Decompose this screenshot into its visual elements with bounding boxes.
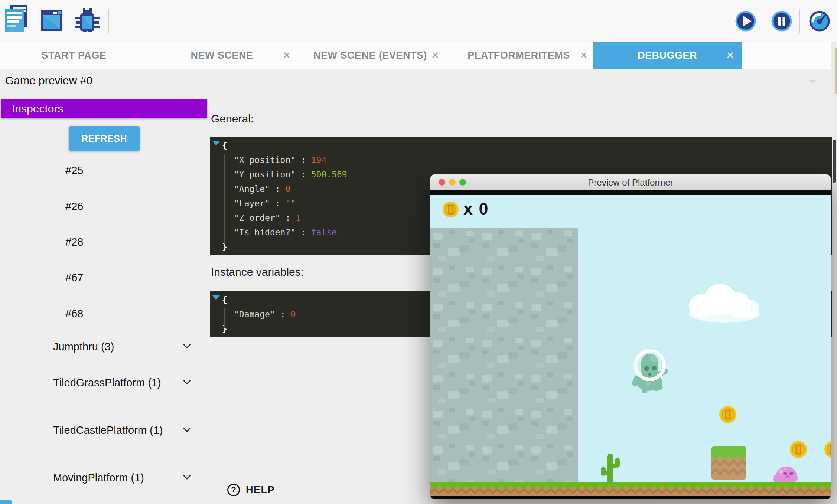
question-glyph: ?: [231, 485, 236, 495]
coin: [824, 441, 831, 458]
inspector-item-label: #25: [53, 164, 177, 177]
alien-player: [632, 348, 668, 394]
inspector-item-67[interactable]: #67: [53, 271, 194, 284]
inspector-item-label: MovingPlatform (1): [53, 471, 165, 484]
coin: [719, 406, 736, 423]
tab-close-icon[interactable]: ✕: [431, 50, 439, 61]
inspector-item-28[interactable]: #28: [53, 236, 194, 248]
inspectors-title: Inspectors: [12, 102, 63, 115]
chevron-down-icon[interactable]: [184, 473, 190, 479]
toolbar-divider: [108, 9, 109, 33]
window-titlebar[interactable]: Preview of Platformer: [430, 174, 831, 190]
gdevelop-debugger-window: START PAGENEW SCENE✕NEW SCENE (EVENTS)✕P…: [0, 0, 837, 504]
inspector-item-jumpthru-3[interactable]: Jumpthru (3): [53, 340, 194, 353]
right-edge-gutter: [831, 42, 837, 504]
chevron-down-icon[interactable]: [184, 425, 190, 432]
tab-close-icon[interactable]: ✕: [580, 50, 588, 61]
cloud: [689, 284, 760, 324]
scene-window-icon[interactable]: [41, 10, 62, 31]
inspector-item-68[interactable]: #68: [53, 307, 194, 320]
tab-platformeritems[interactable]: PLATFORMERITEMS✕: [444, 42, 593, 69]
variables-section-title: Instance variables:: [211, 266, 304, 278]
pause-icon[interactable]: [771, 10, 792, 32]
inspector-item-movingplatform-1[interactable]: MovingPlatform (1): [53, 471, 194, 484]
inspectors-header: Inspectors: [1, 99, 207, 118]
tab-label: NEW SCENE: [190, 50, 253, 61]
chevron-down-icon[interactable]: [184, 342, 190, 348]
pink-slime-enemy: [773, 467, 798, 482]
game-preview-window: Preview of Platformer: [430, 174, 831, 499]
coin: [790, 441, 807, 458]
dropdown-caret-icon[interactable]: [809, 80, 816, 84]
profiler-gauge-icon[interactable]: [809, 10, 830, 32]
tab-label: DEBUGGER: [638, 50, 697, 61]
grass-ground: [430, 482, 831, 496]
debugger-bug-icon[interactable]: [75, 8, 100, 33]
castle-wall: [430, 228, 578, 482]
tree-guide-line: [224, 154, 225, 244]
help-button[interactable]: HELP: [246, 484, 275, 496]
preview-selector[interactable]: Game preview #0: [5, 74, 92, 87]
grass-block-platform: [711, 446, 746, 480]
collapse-triangle-icon[interactable]: [212, 141, 220, 145]
cactus: [601, 454, 619, 482]
scrollbar-thumb[interactable]: [833, 140, 836, 183]
tree-guide-line: [224, 308, 225, 328]
tab-label: NEW SCENE (EVENTS): [313, 50, 427, 61]
inspector-item-label: TiledCastlePlatform (1): [53, 424, 165, 436]
inspector-item-label: #26: [53, 200, 177, 213]
tab-start-page[interactable]: START PAGE: [0, 42, 148, 69]
collapse-triangle-icon[interactable]: [212, 295, 220, 300]
inspector-item-label: Jumpthru (3): [53, 340, 165, 353]
clipped-blue-element: [0, 500, 12, 504]
tab-label: START PAGE: [41, 50, 106, 61]
question-mark-icon[interactable]: ?: [227, 484, 240, 496]
code-line: "X position" : 194: [222, 153, 832, 167]
tab-bar: START PAGENEW SCENE✕NEW SCENE (EVENTS)✕P…: [0, 42, 837, 69]
project-manager-icon[interactable]: [5, 5, 29, 33]
hud-coin-icon: [443, 202, 459, 217]
coin-counter: x 0: [463, 199, 489, 219]
divider: [0, 95, 831, 95]
code-line: {: [222, 138, 832, 153]
helmet-ring: [634, 349, 666, 381]
inspector-item-label: #28: [53, 236, 177, 248]
play-icon[interactable]: [735, 10, 756, 32]
refresh-button[interactable]: REFRESH: [69, 126, 140, 151]
tab-close-icon[interactable]: ✕: [726, 50, 734, 61]
inspector-item-tiledcastleplatform-1[interactable]: TiledCastlePlatform (1): [53, 424, 194, 436]
general-section-title: General:: [211, 112, 254, 125]
tab-close-icon[interactable]: ✕: [283, 50, 291, 61]
toolbar-divider: [799, 9, 800, 33]
tab-new-scene-events[interactable]: NEW SCENE (EVENTS)✕: [296, 42, 444, 69]
inspector-item-25[interactable]: #25: [53, 164, 194, 177]
tab-new-scene[interactable]: NEW SCENE✕: [148, 42, 296, 69]
window-title: Preview of Platformer: [430, 174, 831, 190]
inspector-item-label: TiledGrassPlatform (1): [53, 376, 165, 389]
inspector-item-26[interactable]: #26: [53, 200, 194, 213]
tab-debugger[interactable]: DEBUGGER✕: [593, 42, 742, 69]
tab-label: PLATFORMERITEMS: [468, 50, 570, 61]
toolbar: [0, 0, 837, 42]
game-canvas[interactable]: x 0: [430, 195, 831, 496]
chevron-down-icon[interactable]: [184, 378, 190, 384]
background-sliver: [835, 48, 837, 94]
inspector-item-tiledgrassplatform-1[interactable]: TiledGrassPlatform (1): [53, 376, 194, 389]
inspector-item-label: #68: [53, 307, 177, 320]
inspector-item-label: #67: [53, 271, 177, 284]
